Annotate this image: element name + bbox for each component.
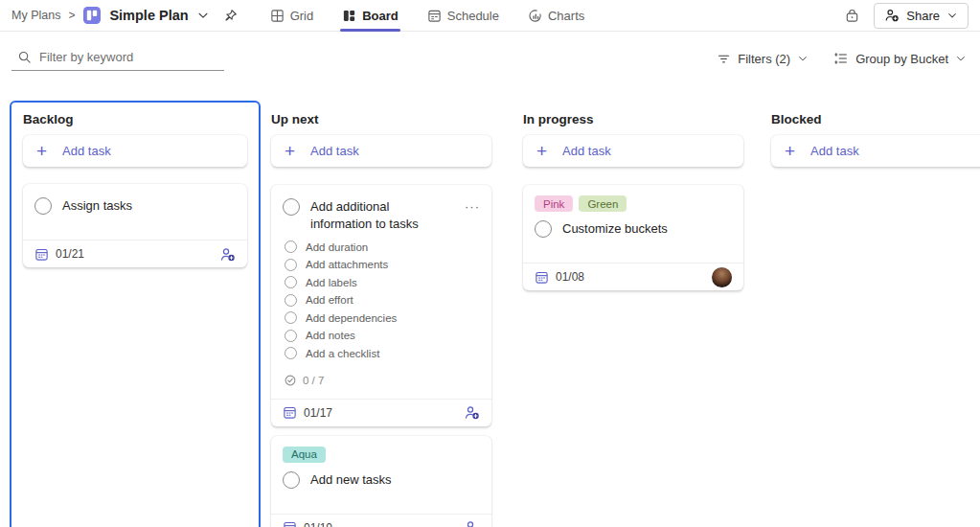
checklist-label: Add a checklist: [306, 348, 379, 359]
column-title: Up next: [271, 112, 491, 126]
task-checkbox[interactable]: [535, 220, 552, 238]
due-date-label: 01/08: [556, 270, 584, 284]
board: Backlog + Add task Assign tasks 01/21: [0, 101, 980, 527]
group-by-label: Group by Bucket: [855, 52, 948, 66]
checklist-checkbox[interactable]: [285, 241, 297, 253]
task-card-customize-buckets[interactable]: Pink Green Customize buckets 01/08: [523, 185, 743, 290]
checklist-label: Add notes: [306, 330, 355, 341]
plan-title[interactable]: Simple Plan: [109, 8, 188, 23]
checklist-checkbox[interactable]: [285, 259, 297, 271]
planner-app: My Plans > Simple Plan Grid: [0, 0, 980, 527]
breadcrumb-my-plans[interactable]: My Plans: [11, 9, 60, 22]
top-right-actions: Share: [844, 3, 969, 29]
toolbar-right: Filters (2) Group by Bucket: [717, 51, 967, 66]
check-circle-icon: [284, 374, 297, 387]
plus-icon: +: [285, 142, 295, 160]
due-date: 01/10: [283, 520, 332, 527]
add-task-button[interactable]: + Add task: [523, 135, 743, 167]
calendar-icon: [34, 247, 49, 262]
assignee-avatar[interactable]: [712, 267, 732, 287]
add-task-button[interactable]: + Add task: [271, 135, 491, 167]
column-in-progress[interactable]: In progress + Add task Pink Green Custom…: [523, 101, 743, 300]
tab-schedule[interactable]: Schedule: [425, 0, 501, 32]
add-task-button[interactable]: + Add task: [23, 135, 247, 167]
checklist-item: Add duration: [285, 241, 480, 253]
assign-person-icon[interactable]: [464, 519, 480, 527]
task-checkbox[interactable]: [34, 197, 52, 215]
checklist-item: Add dependencies: [285, 311, 480, 324]
label-chips: Aqua: [271, 436, 491, 463]
checklist-label: Add dependencies: [306, 312, 397, 324]
label-chip-aqua[interactable]: Aqua: [283, 447, 326, 463]
add-task-label: Add task: [562, 144, 611, 158]
pin-icon[interactable]: [223, 9, 238, 23]
grid-icon: [270, 9, 285, 23]
top-bar: My Plans > Simple Plan Grid: [0, 0, 980, 32]
task-checkbox[interactable]: [283, 198, 300, 216]
breadcrumb-separator-icon: >: [68, 9, 75, 22]
task-title: Customize buckets: [562, 220, 732, 238]
checklist-progress: 0 / 7: [271, 365, 491, 399]
column-blocked[interactable]: Blocked + Add task: [771, 101, 980, 184]
label-chips: Pink Green: [523, 185, 743, 212]
group-list-icon: [833, 51, 849, 66]
checklist-checkbox[interactable]: [285, 311, 297, 324]
task-title: Add additional information to tasks: [310, 198, 454, 233]
column-up-next[interactable]: Up next + Add task Add additional inform…: [271, 101, 491, 527]
filter-keyword-input[interactable]: [39, 50, 222, 64]
column-title: In progress: [523, 112, 743, 126]
lock-icon[interactable]: [844, 8, 860, 24]
checklist-item: Add effort: [285, 294, 480, 307]
share-button[interactable]: Share: [874, 3, 969, 29]
view-tabs: Grid Board Schedule Charts: [268, 0, 587, 32]
task-title: Add new tasks: [310, 471, 480, 489]
column-backlog[interactable]: Backlog + Add task Assign tasks 01/21: [10, 101, 261, 527]
column-title: Backlog: [23, 112, 247, 126]
tab-label: Charts: [548, 9, 584, 23]
checklist-checkbox[interactable]: [285, 347, 297, 359]
filters-button[interactable]: Filters (2): [717, 52, 809, 66]
share-label: Share: [906, 9, 940, 23]
plus-icon: +: [785, 142, 795, 160]
share-chevron-down-icon: [946, 10, 958, 21]
task-card-assign-tasks[interactable]: Assign tasks 01/21: [23, 184, 247, 267]
plus-icon: +: [536, 142, 547, 160]
filter-icon: [717, 52, 731, 66]
progress-label: 0 / 7: [303, 375, 324, 386]
tab-charts[interactable]: Charts: [526, 0, 586, 32]
label-chip-pink[interactable]: Pink: [535, 195, 573, 212]
checklist: Add duration Add attachments Add labels …: [271, 239, 491, 359]
checklist-checkbox[interactable]: [285, 294, 297, 307]
task-card-add-info[interactable]: Add additional information to tasks ··· …: [271, 185, 491, 426]
checklist-label: Add labels: [306, 277, 357, 288]
schedule-icon: [427, 9, 442, 23]
filter-keyword-box: [11, 46, 224, 71]
label-chip-green[interactable]: Green: [579, 195, 627, 212]
filter-toolbar: Filters (2) Group by Bucket: [0, 32, 980, 85]
due-date: 01/21: [34, 247, 84, 262]
tab-board[interactable]: Board: [340, 0, 400, 32]
plus-icon: +: [36, 142, 47, 160]
add-task-button[interactable]: + Add task: [771, 135, 980, 167]
group-by-button[interactable]: Group by Bucket: [833, 51, 967, 66]
task-checkbox[interactable]: [283, 471, 300, 489]
checklist-item: Add labels: [285, 276, 480, 288]
due-date: 01/08: [535, 270, 584, 285]
tab-label: Board: [362, 9, 399, 23]
due-date-label: 01/21: [56, 247, 84, 261]
checklist-checkbox[interactable]: [285, 330, 297, 342]
tab-grid[interactable]: Grid: [268, 0, 316, 32]
more-options-icon[interactable]: ···: [465, 198, 480, 216]
filters-chevron-down-icon: [797, 53, 809, 64]
task-title: Assign tasks: [62, 197, 236, 215]
checklist-item: Add attachments: [285, 259, 480, 271]
plan-chevron-down-icon[interactable]: [196, 9, 210, 22]
assign-person-icon[interactable]: [219, 246, 236, 263]
calendar-icon: [283, 405, 297, 420]
assign-person-icon[interactable]: [464, 404, 480, 421]
add-task-label: Add task: [62, 144, 111, 158]
checklist-checkbox[interactable]: [285, 276, 297, 288]
due-date: 01/17: [283, 405, 332, 420]
add-task-label: Add task: [310, 144, 359, 158]
task-card-add-new-tasks[interactable]: Aqua Add new tasks 01/10: [271, 436, 491, 527]
